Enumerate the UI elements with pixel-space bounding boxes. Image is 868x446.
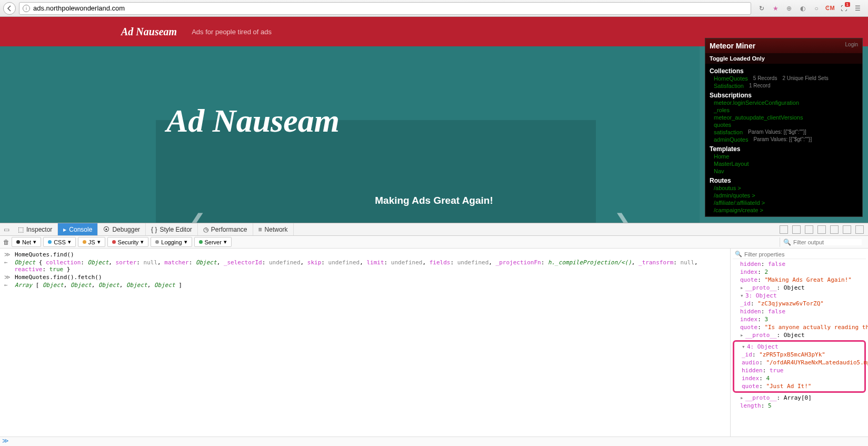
prop-row[interactable]: hidden: false (733, 260, 866, 268)
hero-subtitle: Making Ads Great Again! (0, 195, 868, 206)
ext-icon-1[interactable]: ⊕ (785, 4, 793, 13)
meteor-title: Meteor Miner (710, 42, 858, 50)
ext-icon-3[interactable]: ○ (812, 4, 821, 13)
tab-debugger[interactable]: ⦿Debugger (98, 223, 146, 235)
carousel-next[interactable]: ❯ (614, 210, 632, 223)
tab-network[interactable]: ≡Network (253, 223, 294, 235)
meteor-login-link[interactable]: Login (845, 42, 858, 47)
prop-row[interactable]: length: 5 (733, 402, 866, 410)
prop-row[interactable]: index: 4 (734, 374, 864, 382)
bookmark-icon[interactable]: ★ (771, 4, 780, 13)
prop-row[interactable]: quote: "Just Ad It!" (734, 382, 864, 390)
dt-dock-side-icon[interactable] (780, 225, 788, 234)
back-button[interactable] (3, 2, 16, 15)
prop-row[interactable]: ▸__proto__: Object (733, 331, 866, 339)
filter-properties[interactable]: 🔍 (733, 250, 866, 259)
meteor-route-item[interactable]: /aboutus > (710, 184, 858, 192)
url-text: ads.northpolewonderland.com (33, 4, 747, 12)
meteor-template-item[interactable]: MasterLayout (710, 160, 858, 167)
console-output-line[interactable]: Object { collection: Object, sorter: nul… (14, 259, 726, 273)
meteor-header: Login Meteor Miner (705, 38, 862, 53)
prop-row[interactable]: index: 2 (733, 268, 866, 276)
tab-inspector[interactable]: ⬚Inspector (13, 223, 58, 235)
clear-console-icon[interactable]: 🗑 (3, 239, 9, 246)
menu-icon[interactable]: ☰ (853, 4, 862, 13)
prop-row[interactable]: index: 3 (733, 315, 866, 323)
meteor-route-item[interactable]: /campaign/create > (710, 206, 858, 214)
carousel-prev[interactable]: ❮ (188, 210, 206, 223)
filter-js[interactable]: JS▾ (78, 237, 105, 247)
filter-output-input[interactable] (793, 239, 862, 245)
console-filter-bar: 🗑 Net▾ CSS▾ JS▾ Security▾ Logging▾ Serve… (0, 236, 868, 249)
url-bar[interactable]: i ads.northpolewonderland.com (19, 2, 751, 15)
prop-row[interactable]: ▸__proto__: Object (733, 284, 866, 292)
console-prompt-bar[interactable]: ≫ (0, 437, 868, 446)
dt-split-icon[interactable] (830, 225, 839, 234)
tab-console[interactable]: ▸Console (58, 223, 98, 235)
prop-row[interactable]: quote: "Is anyone actually reading this?… (733, 323, 866, 331)
tab-performance[interactable]: ◷Performance (198, 223, 253, 235)
prop-row[interactable]: _id: "zC3qjywazw6vTorZQ" (733, 300, 866, 308)
meteor-routes-title: Routes (710, 177, 858, 184)
prop-row[interactable]: _id: "zPR5TpxB5mcAH3pYk" (734, 351, 864, 359)
tab-style-editor[interactable]: { }Style Editor (146, 223, 198, 235)
site-info-icon[interactable]: i (23, 5, 30, 12)
filter-security[interactable]: Security▾ (107, 237, 149, 247)
dt-close-icon[interactable] (855, 225, 864, 234)
hero: Ad Nauseam Making Ads Great Again! ❮ ❯ (0, 46, 868, 140)
browser-toolbar: i ads.northpolewonderland.com ↻ ★ ⊕ ◐ ○ … (0, 0, 868, 17)
console-output-line[interactable]: Array [ Object, Object, Object, Object, … (15, 282, 182, 289)
dt-settings-icon[interactable] (817, 225, 826, 234)
highlighted-object: ▾4: Object _id: "zPR5TpxB5mcAH3pYk" audi… (733, 340, 866, 393)
brand-logo[interactable]: Ad Nauseam (121, 26, 177, 38)
filter-logging[interactable]: Logging▾ (151, 237, 192, 247)
dt-responsive-icon[interactable] (805, 225, 813, 234)
ext-icon-2[interactable]: ◐ (799, 4, 807, 13)
ext-icon-cm[interactable]: ϾM (826, 4, 834, 13)
filter-output[interactable]: 🔍 (780, 237, 865, 247)
dt-dock-bottom-icon[interactable] (792, 225, 801, 234)
filter-css[interactable]: CSS▾ (43, 237, 76, 247)
properties-panel[interactable]: 🔍 hidden: false index: 2 quote: "Making … (730, 249, 868, 437)
filter-properties-input[interactable] (744, 251, 864, 257)
meteor-template-item[interactable]: Nav (710, 167, 858, 175)
tagline: Ads for people tired of ads (192, 28, 272, 36)
console-output[interactable]: ≫HomeQuotes.find() ←Object { collection:… (0, 249, 730, 437)
prop-row[interactable]: quote: "Making Ads Great Again!" (733, 276, 866, 284)
filter-net[interactable]: Net▾ (12, 237, 41, 247)
reload-icon[interactable]: ↻ (757, 4, 766, 13)
prop-row[interactable]: hidden: true (734, 366, 864, 374)
prop-row[interactable]: hidden: false (733, 308, 866, 315)
frame-select-icon[interactable]: ▭ (0, 226, 13, 233)
meteor-template-item[interactable]: Home (710, 153, 858, 160)
console-input-line: HomeQuotes.find() (15, 251, 74, 258)
hero-title: Ad Nauseam (126, 57, 868, 140)
console-input-line: HomeQuotes.find().fetch() (15, 274, 102, 281)
prop-row[interactable]: ▸__proto__: Array[0] (733, 394, 866, 402)
devtools-tabs: ▭ ⬚Inspector ▸Console ⦿Debugger { }Style… (0, 223, 868, 236)
filter-server[interactable]: Server▾ (194, 237, 232, 247)
page-content: Ad Nauseam Ads for people tired of ads A… (0, 17, 868, 223)
dt-popout-icon[interactable] (843, 225, 851, 234)
devtools: ▭ ⬚Inspector ▸Console ⦿Debugger { }Style… (0, 223, 868, 446)
prop-row[interactable]: audio: "/ofdAR4UYRaeNxM…atedaudio5.mp3" (734, 359, 864, 366)
prop-row[interactable]: ▾3: Object (733, 292, 866, 300)
prop-row[interactable]: ▾4: Object (734, 343, 864, 351)
meteor-templates-title: Templates (710, 145, 858, 153)
ext-icon-shop[interactable]: ⛶1 (840, 4, 848, 13)
